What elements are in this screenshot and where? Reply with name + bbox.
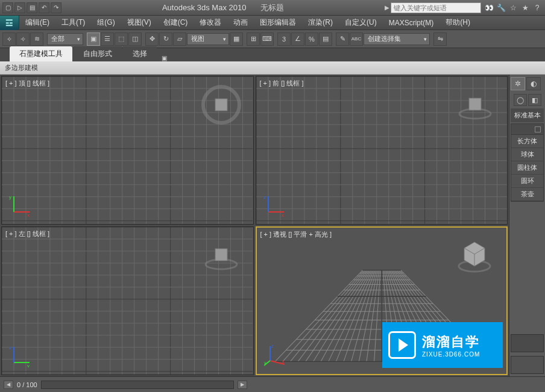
viewport-label-top[interactable]: [ + ] 顶 [] 线框 ]: [5, 79, 49, 88]
object-type-rollout: 长方体 球体 圆柱体 圆环 茶壶: [511, 123, 544, 202]
status-bar: ◀ 0 / 100 ▶: [0, 376, 545, 392]
menu-tools[interactable]: 工具(T): [55, 16, 91, 30]
exchange-icon[interactable]: ☆: [508, 2, 518, 13]
undo-icon[interactable]: ↶: [39, 2, 49, 13]
menu-customize[interactable]: 自定义(U): [339, 16, 383, 30]
ref-coord-dropdown[interactable]: 视图: [187, 33, 229, 45]
save-icon[interactable]: ▤: [27, 2, 37, 13]
timeline-track[interactable]: [41, 381, 234, 389]
timeline-right-icon[interactable]: ▶: [238, 381, 247, 389]
category-dropdown[interactable]: 标准基本: [511, 108, 544, 122]
search-arrow-icon[interactable]: ▶: [385, 4, 389, 11]
named-sel-abc-icon[interactable]: ABC: [350, 33, 363, 46]
menu-animation[interactable]: 动画: [227, 16, 254, 30]
viewport-left[interactable]: [ + ] 左 [] 线框 ] y z: [1, 226, 254, 375]
rotate-icon[interactable]: ↻: [159, 33, 172, 46]
svg-text:z: z: [9, 345, 11, 350]
svg-line-129: [344, 270, 375, 362]
snap-icon[interactable]: 3: [277, 33, 291, 46]
svg-rect-115: [215, 249, 227, 261]
svg-text:y: y: [264, 361, 266, 366]
command-panel: ✲ ◐ ◯ ◧ 标准基本 长方体 球体 圆柱体 圆环 茶壶: [509, 75, 545, 376]
select-object-icon[interactable]: ▣: [87, 33, 100, 46]
pivot-icon[interactable]: ▦: [230, 33, 243, 46]
menu-edit[interactable]: 编辑(E): [19, 16, 55, 30]
ribbon-collapse-icon[interactable]: ▣: [158, 55, 170, 61]
angle-snap-icon[interactable]: ∠: [291, 33, 304, 46]
menu-modifiers[interactable]: 修改器: [194, 16, 227, 30]
move-icon[interactable]: ✥: [145, 33, 159, 46]
redo-icon[interactable]: ↷: [51, 2, 61, 13]
svg-text:x: x: [27, 213, 30, 217]
app-menu-button[interactable]: ☲: [0, 16, 19, 30]
axis-gizmo-front: x z: [263, 193, 288, 217]
autogrid-checkbox[interactable]: [535, 126, 541, 132]
viewcube-top[interactable]: [200, 84, 242, 126]
bind-icon[interactable]: ≋: [30, 33, 43, 46]
ribbon-tab-freeform[interactable]: 自由形式: [74, 46, 122, 61]
named-sel-edit-icon[interactable]: ✎: [336, 33, 349, 46]
help-icon[interactable]: ?: [532, 2, 543, 13]
unlink-icon[interactable]: ⟢: [16, 33, 30, 46]
menu-maxscript[interactable]: MAXScript(M): [383, 16, 440, 30]
svg-text:y: y: [27, 363, 30, 367]
viewcube-front[interactable]: [454, 84, 496, 126]
svg-rect-75: [469, 98, 481, 110]
rollout-header[interactable]: [511, 124, 543, 135]
modify-tab-icon[interactable]: ◐: [526, 77, 541, 90]
shapes-icon[interactable]: ◧: [528, 94, 541, 106]
new-icon[interactable]: ▢: [2, 2, 13, 13]
menu-group[interactable]: 组(G): [91, 16, 121, 30]
viewcube-left[interactable]: [200, 234, 242, 276]
app-name: Autodesk 3ds Max 2010: [162, 3, 246, 12]
link-icon[interactable]: ⟡: [2, 33, 16, 46]
menu-help[interactable]: 帮助(H): [439, 16, 476, 30]
viewport-top[interactable]: [ + ] 顶 [] 线框 ] x y: [1, 76, 254, 225]
ribbon-tab-select[interactable]: 选择: [123, 46, 157, 61]
percent-snap-icon[interactable]: %: [305, 33, 318, 46]
command-panel-tabs: ✲ ◐: [509, 75, 545, 93]
mirror-icon[interactable]: ⇋: [433, 33, 447, 46]
primitive-cylinder[interactable]: 圆柱体: [511, 161, 543, 175]
ribbon-tab-graphite[interactable]: 石墨建模工具: [10, 46, 72, 61]
primitive-torus[interactable]: 圆环: [511, 175, 543, 188]
spinner-snap-icon[interactable]: ▤: [319, 33, 332, 46]
svg-line-126: [321, 270, 371, 362]
name-color-rollout[interactable]: [511, 334, 544, 352]
search-input[interactable]: [391, 2, 481, 13]
title-right-icons: 👀 🔧 ☆ ★ ?: [484, 2, 543, 13]
viewport-label-front[interactable]: [ + ] 前 [] 线框 ]: [260, 79, 304, 88]
watermark-title: 溜溜自学: [422, 333, 480, 351]
viewport-label-left[interactable]: [ + ] 左 [] 线框 ]: [5, 229, 49, 238]
menu-views[interactable]: 视图(V): [121, 16, 157, 30]
menu-graph[interactable]: 图形编辑器: [254, 16, 302, 30]
create-tab-icon[interactable]: ✲: [511, 77, 525, 90]
window-crossing-icon[interactable]: ◫: [128, 33, 142, 46]
key-icon[interactable]: 🔧: [496, 2, 506, 13]
select-name-icon[interactable]: ☰: [101, 33, 114, 46]
geometry-icon[interactable]: ◯: [514, 94, 527, 106]
timeline-left-icon[interactable]: ◀: [4, 381, 13, 389]
menu-render[interactable]: 渲染(R): [302, 16, 339, 30]
scale-icon[interactable]: ▱: [173, 33, 186, 46]
svg-line-127: [328, 270, 372, 362]
viewcube-perspective[interactable]: [453, 235, 496, 277]
named-selection-dropdown[interactable]: 创建选择集: [364, 33, 430, 45]
menu-create[interactable]: 创建(C): [157, 16, 194, 30]
axis-gizmo-top: x y: [9, 193, 33, 217]
binoculars-icon[interactable]: 👀: [484, 2, 494, 13]
manipulate-icon[interactable]: ⊞: [247, 33, 260, 46]
open-icon[interactable]: ▷: [14, 2, 25, 13]
watermark-text: 溜溜自学 ZIXUE.3D66.COM: [422, 333, 480, 358]
selection-filter-dropdown[interactable]: 全部: [47, 33, 83, 45]
keyboard-icon[interactable]: ⌨: [260, 33, 274, 46]
quick-access-toolbar: ▢ ▷ ▤ ↶ ↷: [2, 2, 61, 13]
viewport-front[interactable]: [ + ] 前 [] 线框 ] x z: [256, 76, 508, 225]
ribbon-panel-label[interactable]: 多边形建模: [5, 63, 38, 72]
favorite-icon[interactable]: ★: [520, 2, 531, 13]
primitive-sphere[interactable]: 球体: [511, 148, 543, 161]
viewport-label-perspective[interactable]: [ + ] 透视 [] 平滑 + 高光 ]: [260, 230, 332, 239]
select-region-icon[interactable]: ⬚: [115, 33, 128, 46]
primitive-teapot[interactable]: 茶壶: [511, 188, 543, 201]
primitive-box[interactable]: 长方体: [511, 135, 543, 148]
